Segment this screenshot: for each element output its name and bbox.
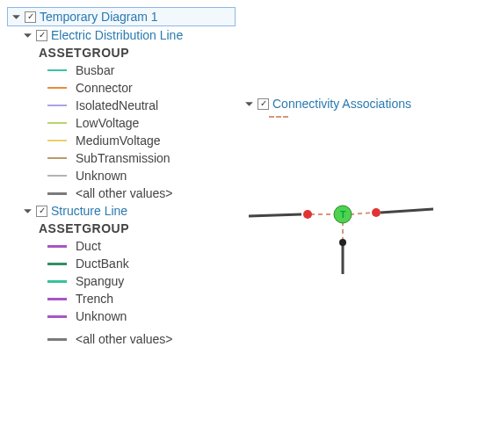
legend-label: Unknown bbox=[76, 169, 127, 183]
node-letter: T bbox=[340, 209, 346, 220]
svg-line-1 bbox=[381, 209, 433, 213]
expand-icon[interactable] bbox=[23, 206, 33, 216]
svg-line-0 bbox=[249, 214, 301, 216]
legend-item-other[interactable]: <all other values> bbox=[39, 184, 236, 202]
layer-label: Structure Line bbox=[51, 204, 127, 218]
legend-label: IsolatedNeutral bbox=[76, 98, 158, 112]
line-swatch bbox=[47, 87, 67, 89]
legend-item[interactable]: Connector bbox=[39, 79, 236, 97]
line-swatch bbox=[47, 140, 67, 141]
line-swatch bbox=[47, 122, 67, 124]
tree-root[interactable]: ✓ Temporary Diagram 1 bbox=[7, 7, 236, 26]
legend-item-other[interactable]: <all other values> bbox=[39, 330, 236, 348]
associations-panel: ✓ Connectivity Associations T bbox=[244, 7, 479, 278]
line-swatch bbox=[47, 105, 67, 106]
legend-label: <all other values> bbox=[76, 186, 173, 200]
group-heading: ASSETGROUP bbox=[39, 221, 129, 235]
layer-electric-distribution-line[interactable]: ✓ Electric Distribution Line bbox=[7, 26, 236, 44]
legend-item[interactable]: Duct bbox=[39, 237, 236, 255]
legend-item[interactable]: Spanguy bbox=[39, 272, 236, 290]
svg-point-8 bbox=[339, 239, 346, 246]
expand-icon[interactable] bbox=[23, 31, 33, 40]
layer-tree: ✓ Temporary Diagram 1 ✓ Electric Distrib… bbox=[7, 7, 236, 348]
legend-label: Unknown bbox=[76, 309, 127, 323]
legend-label: MediumVoltage bbox=[76, 134, 161, 148]
expand-icon[interactable] bbox=[11, 12, 21, 22]
line-swatch bbox=[47, 263, 67, 265]
legend-edl: Busbar Connector IsolatedNeutral LowVolt… bbox=[7, 61, 236, 202]
line-swatch bbox=[47, 192, 67, 195]
line-swatch bbox=[47, 338, 67, 341]
layer-connectivity-associations[interactable]: ✓ Connectivity Associations bbox=[244, 95, 479, 112]
legend-item[interactable]: LowVoltage bbox=[39, 114, 236, 132]
checkbox[interactable]: ✓ bbox=[258, 98, 269, 110]
line-swatch bbox=[47, 280, 67, 283]
layer-structure-line[interactable]: ✓ Structure Line bbox=[7, 202, 236, 220]
svg-point-7 bbox=[372, 208, 381, 217]
legend-item[interactable]: DuctBank bbox=[39, 255, 236, 272]
legend-item[interactable]: MediumVoltage bbox=[39, 132, 236, 149]
line-swatch bbox=[47, 157, 67, 159]
legend-label: LowVoltage bbox=[76, 116, 139, 130]
legend-item[interactable]: SubTransmission bbox=[39, 149, 236, 167]
legend-label: Duct bbox=[76, 239, 101, 253]
legend-label: SubTransmission bbox=[76, 151, 170, 165]
legend-item[interactable]: Unknown bbox=[39, 307, 236, 325]
legend-label: Trench bbox=[76, 292, 113, 306]
checkbox[interactable]: ✓ bbox=[36, 206, 47, 217]
legend-label: Connector bbox=[76, 81, 133, 95]
legend-label: DuctBank bbox=[76, 257, 129, 271]
svg-point-6 bbox=[303, 210, 312, 219]
line-swatch bbox=[47, 245, 67, 248]
legend-label: Busbar bbox=[76, 63, 114, 77]
line-swatch bbox=[47, 69, 67, 71]
checkbox[interactable]: ✓ bbox=[25, 11, 36, 23]
line-swatch bbox=[47, 175, 67, 177]
legend-item[interactable]: IsolatedNeutral bbox=[39, 97, 236, 114]
tree-root-label: Temporary Diagram 1 bbox=[40, 10, 158, 24]
network-preview: T bbox=[244, 179, 438, 276]
legend-item[interactable]: Busbar bbox=[39, 61, 236, 79]
dashed-line-swatch bbox=[269, 116, 288, 118]
checkbox[interactable]: ✓ bbox=[36, 30, 47, 41]
expand-icon[interactable] bbox=[244, 99, 254, 109]
group-heading: ASSETGROUP bbox=[39, 46, 129, 60]
line-swatch bbox=[47, 315, 67, 318]
legend-label: <all other values> bbox=[76, 332, 173, 346]
legend-item[interactable]: Trench bbox=[39, 290, 236, 307]
legend-sl: Duct DuctBank Spanguy Trench Unknown <al… bbox=[7, 237, 236, 348]
legend-item[interactable]: Unknown bbox=[39, 167, 236, 184]
layer-label: Connectivity Associations bbox=[272, 97, 411, 111]
svg-line-4 bbox=[350, 213, 374, 214]
legend-label: Spanguy bbox=[76, 274, 124, 288]
line-swatch bbox=[47, 298, 67, 300]
layer-label: Electric Distribution Line bbox=[51, 28, 183, 42]
